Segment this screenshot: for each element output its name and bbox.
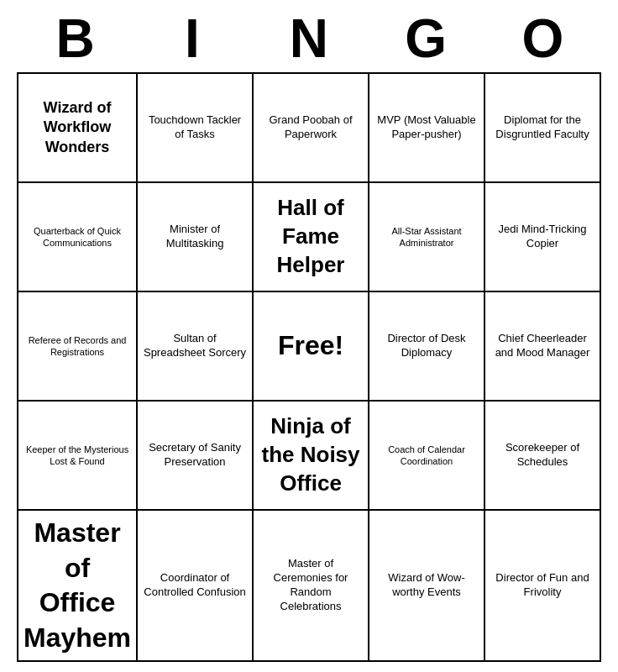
bingo-cell-0: Wizard of Workflow Wonders xyxy=(18,74,138,183)
bingo-letter-n: N xyxy=(254,8,364,69)
bingo-cell-24: Director of Fun and Frivolity xyxy=(485,511,601,662)
bingo-cell-10: Referee of Records and Registrations xyxy=(18,292,138,402)
bingo-cell-9: Jedi Mind-Tricking Copier xyxy=(485,183,601,292)
bingo-cell-11: Sultan of Spreadsheet Sorcery xyxy=(138,292,254,402)
bingo-cell-4: Diplomat for the Disgruntled Faculty xyxy=(485,74,601,183)
bingo-cell-18: Coach of Calendar Coordination xyxy=(369,402,485,511)
bingo-cell-16: Secretary of Sanity Preservation xyxy=(138,402,254,511)
bingo-letter-i: I xyxy=(138,8,247,69)
bingo-cell-5: Quarterback of Quick Communications xyxy=(18,183,138,292)
bingo-letter-g: G xyxy=(371,8,480,69)
bingo-letter-b: B xyxy=(21,8,130,69)
bingo-cell-13: Director of Desk Diplomacy xyxy=(369,292,485,402)
bingo-header: BINGO xyxy=(17,8,601,69)
bingo-cell-3: MVP (Most Valuable Paper-pusher) xyxy=(369,74,485,183)
bingo-cell-23: Wizard of Wow-worthy Events xyxy=(369,511,485,662)
bingo-cell-8: All-Star Assistant Administrator xyxy=(369,183,485,292)
bingo-card: BINGO Wizard of Workflow WondersTouchdow… xyxy=(0,0,618,672)
bingo-cell-6: Minister of Multitasking xyxy=(138,183,254,292)
bingo-cell-17: Ninja of the Noisy Office xyxy=(254,402,369,511)
bingo-cell-1: Touchdown Tackler of Tasks xyxy=(138,74,254,183)
bingo-cell-19: Scorekeeper of Schedules xyxy=(485,402,601,511)
bingo-cell-12: Free! xyxy=(254,292,369,402)
bingo-cell-7: Hall of Fame Helper xyxy=(254,183,369,292)
bingo-letter-o: O xyxy=(488,8,597,69)
bingo-cell-21: Coordinator of Controlled Confusion xyxy=(138,511,254,662)
bingo-cell-22: Master of Ceremonies for Random Celebrat… xyxy=(254,511,369,662)
bingo-cell-20: Master of Office Mayhem xyxy=(18,511,138,662)
bingo-cell-15: Keeper of the Mysterious Lost & Found xyxy=(18,402,138,511)
bingo-cell-2: Grand Poobah of Paperwork xyxy=(254,74,369,183)
bingo-cell-14: Chief Cheerleader and Mood Manager xyxy=(485,292,601,402)
bingo-grid: Wizard of Workflow WondersTouchdown Tack… xyxy=(17,72,601,662)
